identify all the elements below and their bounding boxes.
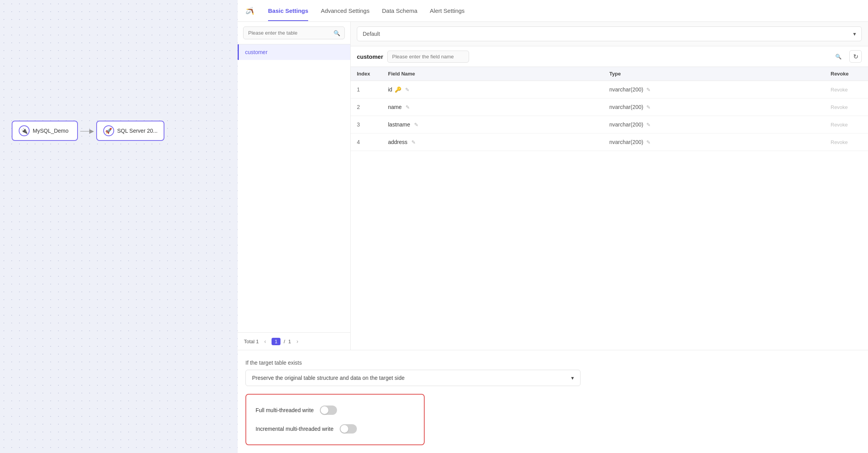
field-name: id bbox=[388, 86, 392, 93]
field-name: address bbox=[388, 139, 408, 145]
edit-icon[interactable]: ✎ bbox=[406, 104, 410, 110]
table-list-panel: 🔍 customer Total 1 ‹ 1 / 1 › bbox=[238, 22, 351, 350]
type-edit-icon[interactable]: ✎ bbox=[646, 122, 651, 128]
toggle-section: Full multi-threaded write Incremental mu… bbox=[245, 394, 425, 445]
default-dropdown-container: Default ▾ bbox=[351, 22, 868, 46]
type-edit-icon[interactable]: ✎ bbox=[646, 139, 651, 145]
bottom-section: If the target table exists Preserve the … bbox=[238, 350, 868, 453]
mysql-icon: 🔌 bbox=[19, 125, 30, 136]
dropdown-chevron-icon: ▾ bbox=[853, 31, 856, 37]
fields-table: Index Field Name Type Revoke 1 id 🔑 ✎ nv… bbox=[351, 67, 868, 350]
revoke-link[interactable]: Revoke bbox=[831, 122, 862, 128]
flow-nodes-container: 🔌 MySQL_Demo ──▶ 🚀 SQL Server 20... bbox=[12, 121, 164, 141]
right-panel: 🪃 Basic Settings Advanced Settings Data … bbox=[238, 0, 868, 453]
fields-rows: 1 id 🔑 ✎ nvarchar(200) ✎ Revoke 2 name ✎… bbox=[351, 81, 868, 151]
field-type: nvarchar(200) ✎ bbox=[609, 121, 831, 128]
table-row: 3 lastname ✎ nvarchar(200) ✎ Revoke bbox=[351, 116, 868, 133]
field-search-input[interactable] bbox=[387, 51, 469, 63]
field-name-cell: name ✎ bbox=[388, 104, 609, 110]
sqlserver-node[interactable]: 🚀 SQL Server 20... bbox=[96, 121, 165, 141]
table-row: 4 address ✎ nvarchar(200) ✎ Revoke bbox=[351, 133, 868, 151]
type-edit-icon[interactable]: ✎ bbox=[646, 87, 651, 93]
arrow-connector: ──▶ bbox=[78, 127, 96, 135]
field-index: 1 bbox=[357, 86, 388, 93]
mysql-label: MySQL_Demo bbox=[33, 128, 69, 134]
table-search-input[interactable] bbox=[243, 26, 345, 39]
refresh-button[interactable]: ↻ bbox=[849, 50, 862, 63]
tab-advanced-settings[interactable]: Advanced Settings bbox=[321, 0, 369, 21]
field-index: 4 bbox=[357, 139, 388, 145]
next-page-button[interactable]: › bbox=[294, 337, 301, 345]
table-row: 2 name ✎ nvarchar(200) ✎ Revoke bbox=[351, 98, 868, 116]
field-index: 3 bbox=[357, 121, 388, 128]
edit-icon[interactable]: ✎ bbox=[414, 122, 418, 128]
field-name: lastname bbox=[388, 121, 410, 128]
field-name-cell: id 🔑 ✎ bbox=[388, 86, 609, 93]
table-list-item[interactable]: customer bbox=[238, 44, 350, 60]
pagination: Total 1 ‹ 1 / 1 › bbox=[238, 332, 350, 350]
target-table-label: If the target table exists bbox=[245, 360, 860, 366]
field-index: 2 bbox=[357, 104, 388, 110]
full-multithread-toggle[interactable] bbox=[320, 406, 337, 415]
total-label: Total 1 bbox=[244, 339, 259, 344]
incremental-multithread-row: Incremental multi-threaded write bbox=[256, 421, 415, 437]
field-name-cell: lastname ✎ bbox=[388, 121, 609, 128]
sqlserver-label: SQL Server 20... bbox=[117, 128, 158, 134]
sqlserver-icon: 🚀 bbox=[103, 125, 114, 136]
prev-page-button[interactable]: ‹ bbox=[262, 337, 268, 345]
table-exists-chevron-icon: ▾ bbox=[571, 375, 574, 381]
default-dropdown[interactable]: Default ▾ bbox=[357, 26, 862, 41]
table-search-box: 🔍 bbox=[238, 22, 350, 44]
app-icon: 🪃 bbox=[245, 7, 254, 15]
field-search-icon: 🔍 bbox=[835, 54, 842, 60]
field-type: nvarchar(200) ✎ bbox=[609, 104, 831, 110]
field-type: nvarchar(200) ✎ bbox=[609, 139, 831, 145]
page-divider: / bbox=[284, 339, 285, 344]
field-search-row: customer 🔍 ↻ bbox=[351, 46, 868, 67]
full-multithread-row: Full multi-threaded write bbox=[256, 402, 415, 418]
table-search-icon: 🔍 bbox=[333, 30, 340, 36]
total-pages: 1 bbox=[288, 339, 291, 344]
table-header-row: Index Field Name Type Revoke bbox=[351, 67, 868, 81]
tab-alert-settings[interactable]: Alert Settings bbox=[430, 0, 464, 21]
field-name-cell: address ✎ bbox=[388, 139, 609, 145]
field-panel: Default ▾ customer 🔍 ↻ Index Field Name … bbox=[351, 22, 868, 350]
field-type: nvarchar(200) ✎ bbox=[609, 86, 831, 93]
table-list: customer bbox=[238, 44, 350, 60]
mysql-node[interactable]: 🔌 MySQL_Demo bbox=[12, 121, 78, 141]
edit-icon[interactable]: ✎ bbox=[411, 139, 416, 145]
type-edit-icon[interactable]: ✎ bbox=[646, 104, 651, 110]
key-icon: 🔑 bbox=[395, 86, 401, 93]
full-multithread-label: Full multi-threaded write bbox=[256, 407, 314, 413]
incremental-multithread-label: Incremental multi-threaded write bbox=[256, 426, 333, 432]
col-header-index: Index bbox=[357, 71, 388, 77]
col-header-revoke: Revoke bbox=[831, 71, 862, 77]
revoke-link[interactable]: Revoke bbox=[831, 139, 862, 145]
edit-icon[interactable]: ✎ bbox=[405, 87, 409, 93]
tab-basic-settings[interactable]: Basic Settings bbox=[268, 0, 308, 21]
tab-data-schema[interactable]: Data Schema bbox=[382, 0, 417, 21]
col-header-fieldname: Field Name bbox=[388, 71, 609, 77]
flow-canvas: 🔌 MySQL_Demo ──▶ 🚀 SQL Server 20... bbox=[0, 0, 238, 453]
col-header-type: Type bbox=[609, 71, 831, 77]
main-content: 🔍 customer Total 1 ‹ 1 / 1 › Default ▾ bbox=[238, 22, 868, 350]
table-row: 1 id 🔑 ✎ nvarchar(200) ✎ Revoke bbox=[351, 81, 868, 98]
selected-table-name: customer bbox=[357, 53, 383, 60]
table-exists-dropdown[interactable]: Preserve the original table structure an… bbox=[245, 370, 580, 386]
incremental-multithread-toggle[interactable] bbox=[340, 424, 357, 434]
current-page: 1 bbox=[272, 338, 281, 345]
revoke-link[interactable]: Revoke bbox=[831, 104, 862, 110]
field-name: name bbox=[388, 104, 402, 110]
tabs-bar: 🪃 Basic Settings Advanced Settings Data … bbox=[238, 0, 868, 22]
revoke-link[interactable]: Revoke bbox=[831, 87, 862, 93]
